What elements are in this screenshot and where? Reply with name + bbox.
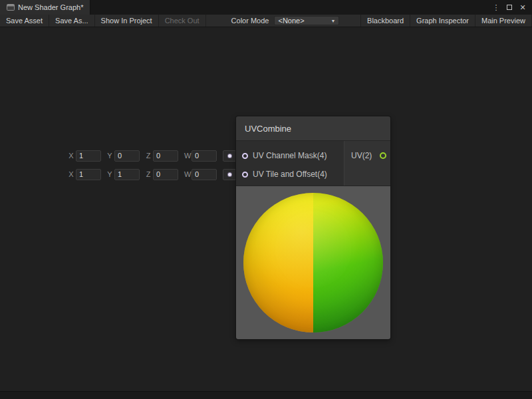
port-label: UV(2)	[351, 151, 372, 160]
vector-x-field[interactable]	[76, 150, 101, 162]
shader-graph-window: New Shader Graph* ⋮ ✕ Save Asset Save As…	[0, 0, 532, 399]
menu-icon[interactable]: ⋮	[490, 1, 502, 13]
node-body: UV Channel Mask(4) UV Tile and Offset(4)…	[236, 141, 390, 186]
vector-w-field[interactable]	[192, 169, 217, 180]
input-port-uv-channel-mask[interactable]: UV Channel Mask(4)	[236, 146, 344, 165]
inline-port[interactable]	[223, 150, 236, 162]
tab-title: New Shader Graph*	[18, 3, 83, 11]
check-out-button: Check Out	[159, 15, 206, 27]
port-dot-icon	[228, 154, 231, 158]
vector-z-field[interactable]	[153, 150, 178, 162]
vector4-input-row: X Y Z W	[68, 168, 236, 181]
chevron-down-icon: ▼	[331, 19, 336, 23]
axis-label-z: Z	[146, 170, 151, 178]
port-label: UV Channel Mask(4)	[253, 151, 327, 160]
output-port-icon[interactable]	[380, 152, 386, 159]
maximize-box	[507, 5, 512, 10]
main-preview-button[interactable]: Main Preview	[475, 15, 532, 27]
footer-strip	[0, 391, 532, 399]
graph-canvas[interactable]: X Y Z W X Y Z W UVCombine UV Channel M	[0, 27, 532, 391]
axis-label-x: X	[68, 152, 74, 160]
maximize-icon[interactable]	[503, 1, 515, 13]
close-icon[interactable]: ✕	[517, 1, 529, 13]
vector-x-field[interactable]	[76, 169, 101, 180]
vector-z-field[interactable]	[153, 169, 178, 180]
axis-label-x: X	[68, 170, 74, 178]
axis-label-w: W	[184, 170, 190, 178]
vector-y-field[interactable]	[114, 169, 140, 180]
output-port-uv[interactable]: UV(2)	[344, 146, 390, 165]
uv-preview-sphere	[243, 193, 383, 332]
blackboard-button[interactable]: Blackboard	[360, 15, 410, 27]
show-in-project-button[interactable]: Show In Project	[95, 15, 159, 27]
tab-bar: New Shader Graph* ⋮ ✕	[0, 0, 532, 15]
graph-inspector-button[interactable]: Graph Inspector	[410, 15, 475, 27]
node-uvcombine[interactable]: UVCombine UV Channel Mask(4) UV Tile and…	[236, 116, 390, 339]
color-mode-label: Color Mode	[227, 15, 273, 27]
vector-w-field[interactable]	[192, 150, 217, 162]
color-mode-value: <None>	[278, 17, 304, 25]
port-dot-icon	[228, 173, 231, 176]
node-outputs: UV(2)	[344, 141, 390, 186]
toolbar: Save Asset Save As... Show In Project Ch…	[0, 15, 532, 27]
sphere-shading	[243, 193, 383, 332]
node-preview	[236, 186, 390, 339]
input-port-icon[interactable]	[242, 153, 248, 159]
axis-label-y: Y	[107, 152, 112, 160]
axis-label-y: Y	[107, 170, 112, 178]
axis-label-w: W	[184, 152, 190, 160]
node-header[interactable]: UVCombine	[236, 116, 390, 141]
color-mode-dropdown[interactable]: <None> ▼	[274, 16, 339, 25]
node-title: UVCombine	[245, 124, 291, 134]
port-label: UV Tile and Offset(4)	[253, 170, 327, 179]
window-controls: ⋮ ✕	[490, 0, 532, 15]
vector-y-field[interactable]	[114, 150, 140, 162]
tab-new-shader-graph[interactable]: New Shader Graph*	[0, 0, 90, 15]
node-inputs: UV Channel Mask(4) UV Tile and Offset(4)	[236, 141, 344, 186]
shader-graph-icon	[7, 3, 15, 11]
save-as-button[interactable]: Save As...	[49, 15, 95, 27]
save-asset-button[interactable]: Save Asset	[0, 15, 49, 27]
input-port-uv-tile-and-offset[interactable]: UV Tile and Offset(4)	[236, 165, 344, 184]
vector4-input-row: X Y Z W	[68, 149, 236, 162]
inline-port[interactable]	[223, 169, 236, 180]
axis-label-z: Z	[146, 152, 151, 160]
input-port-icon[interactable]	[242, 172, 248, 178]
